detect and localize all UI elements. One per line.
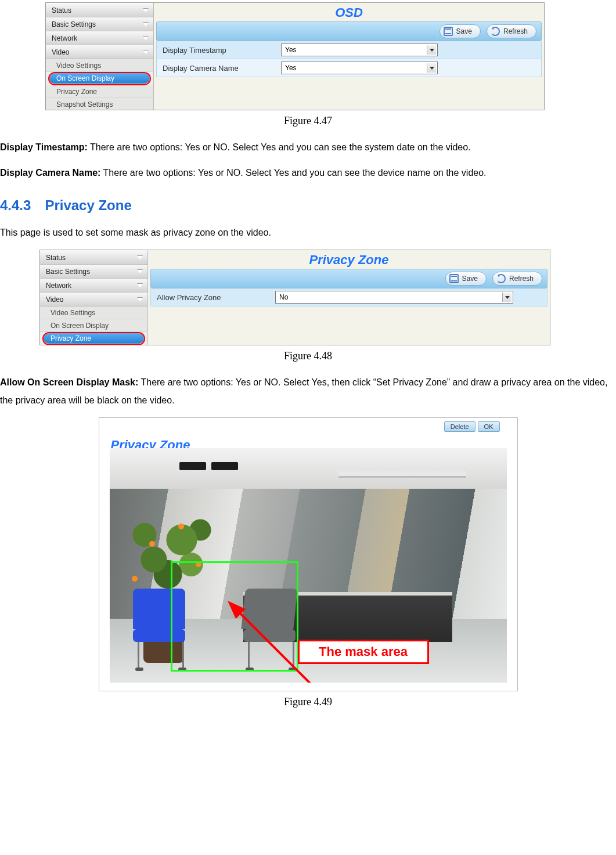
subnav-privacy-zone[interactable]: Privacy Zone [44, 333, 144, 344]
sidebar: Status Basic Settings Network Video Vide… [40, 250, 148, 345]
subnav-video-settings[interactable]: Video Settings [40, 306, 147, 319]
privacy-mask-selection[interactable] [171, 561, 298, 672]
subnav-video-settings[interactable]: Video Settings [46, 59, 153, 72]
refresh-icon [496, 274, 506, 283]
chevron-down-icon [143, 50, 149, 54]
section-heading-privacy-zone: 4.4.3 Privacy Zone [0, 197, 616, 214]
chevron-down-icon [143, 37, 149, 40]
subnav-privacy-zone[interactable]: Privacy Zone [46, 85, 153, 98]
row-label: Allow Privacy Zone [151, 293, 273, 302]
video-preview[interactable]: The mask area [110, 448, 507, 683]
subnav-label: Privacy Zone [51, 334, 91, 342]
nav-label: Basic Settings [52, 20, 96, 28]
paragraph-display-camera-name: Display Camera Name: There are two optio… [0, 164, 616, 182]
refresh-icon [491, 27, 500, 36]
refresh-label: Refresh [503, 27, 528, 35]
select-value: Yes [285, 46, 297, 54]
figure-caption: Figure 4.49 [0, 696, 616, 708]
row-display-timestamp: Display Timestamp Yes [156, 41, 542, 59]
nav-label: Video [46, 295, 63, 304]
toolbar: Save Refresh [150, 269, 547, 288]
save-label: Save [456, 27, 472, 35]
chevron-down-icon [137, 270, 143, 273]
refresh-button[interactable]: Refresh [492, 272, 542, 286]
subnav-label: Privacy Zone [56, 88, 97, 96]
section-intro: This page is used to set some mask as pr… [0, 224, 616, 241]
privacy-zone-pane: Privacy Zone Save Refresh Allow Privacy … [148, 250, 550, 345]
nav-label: Status [46, 254, 66, 262]
mask-area-callout: The mask area [298, 640, 429, 664]
save-button[interactable]: Save [445, 272, 487, 286]
scene-light [211, 462, 238, 470]
nav-label: Network [46, 282, 71, 290]
nav-label: Basic Settings [46, 268, 90, 276]
dropdown-arrow-icon [502, 293, 511, 302]
subnav-label: Video Settings [56, 62, 101, 70]
subnav-on-screen-display[interactable]: On Screen Display [49, 73, 150, 84]
subnav-label: Video Settings [51, 309, 95, 317]
select-value: No [279, 293, 288, 301]
privacy-zone-draw-screenshot: Delete OK Privacy Zone [99, 417, 518, 691]
row-label: Display Camera Name [157, 64, 279, 73]
row-allow-privacy-zone: Allow Privacy Zone No [150, 288, 547, 306]
para-text: There are two options: Yes or NO. Select… [88, 142, 471, 152]
sidebar: Status Basic Settings Network Video Vide… [46, 3, 154, 110]
para-bold: Display Camera Name: [0, 168, 100, 178]
figure-caption: Figure 4.47 [0, 115, 616, 127]
subnav-snapshot-settings[interactable]: Snapshot Settings [46, 98, 153, 110]
osd-settings-screenshot: Status Basic Settings Network Video Vide… [45, 2, 545, 110]
row-label: Display Timestamp [157, 46, 279, 55]
nav-status[interactable]: Status [40, 251, 147, 265]
chevron-down-icon [143, 23, 149, 26]
para-bold: Allow On Screen Display Mask: [0, 377, 138, 387]
nav-network[interactable]: Network [40, 279, 147, 293]
para-text: There are two options: Yes or NO. Select… [100, 168, 486, 178]
save-icon [449, 274, 459, 283]
chevron-down-icon [137, 256, 143, 259]
paragraph-display-timestamp: Display Timestamp: There are two options… [0, 139, 616, 156]
scene-light [179, 462, 206, 470]
figure-caption: Figure 4.48 [0, 350, 616, 362]
save-button[interactable]: Save [440, 24, 481, 38]
chevron-down-icon [143, 9, 149, 12]
pane-title: OSD [156, 5, 542, 20]
nav-status[interactable]: Status [46, 3, 153, 17]
paragraph-allow-osd-mask: Allow On Screen Display Mask: There are … [0, 374, 616, 409]
subnav-on-screen-display[interactable]: On Screen Display [40, 319, 147, 332]
ok-button[interactable]: OK [478, 421, 500, 432]
para-bold: Display Timestamp: [0, 142, 88, 152]
refresh-button[interactable]: Refresh [487, 24, 536, 38]
subnav-label: On Screen Display [51, 322, 109, 330]
scene-ceiling [110, 448, 507, 489]
subnav-label: On Screen Display [56, 74, 114, 82]
nav-basic-settings[interactable]: Basic Settings [46, 17, 153, 31]
save-icon [444, 27, 453, 36]
nav-network[interactable]: Network [46, 31, 153, 45]
select-value: Yes [285, 64, 297, 72]
save-label: Save [462, 275, 478, 283]
toolbar: Save Refresh [156, 21, 542, 41]
scene-ceiling-bar [338, 471, 466, 478]
display-camera-name-select[interactable]: Yes [281, 62, 438, 74]
dropdown-arrow-icon [427, 63, 436, 73]
osd-pane: OSD Save Refresh Display Timestamp Yes D… [154, 3, 544, 110]
nav-label: Status [52, 6, 71, 15]
row-display-camera-name: Display Camera Name Yes [156, 59, 542, 77]
nav-label: Video [52, 48, 69, 56]
draw-toolbar: Delete OK [99, 418, 517, 435]
pane-title: Privacy Zone [150, 252, 547, 268]
subnav-label: Snapshot Settings [56, 100, 113, 109]
nav-video[interactable]: Video [40, 293, 147, 306]
dropdown-arrow-icon [427, 45, 436, 55]
display-timestamp-select[interactable]: Yes [281, 44, 438, 56]
nav-label: Network [52, 34, 77, 42]
allow-privacy-zone-select[interactable]: No [275, 291, 513, 304]
nav-basic-settings[interactable]: Basic Settings [40, 265, 147, 279]
privacy-zone-settings-screenshot: Status Basic Settings Network Video Vide… [39, 250, 550, 345]
nav-video[interactable]: Video [46, 45, 153, 59]
chevron-down-icon [137, 298, 143, 301]
refresh-label: Refresh [509, 275, 534, 283]
delete-button[interactable]: Delete [444, 421, 475, 432]
chevron-down-icon [137, 284, 143, 287]
